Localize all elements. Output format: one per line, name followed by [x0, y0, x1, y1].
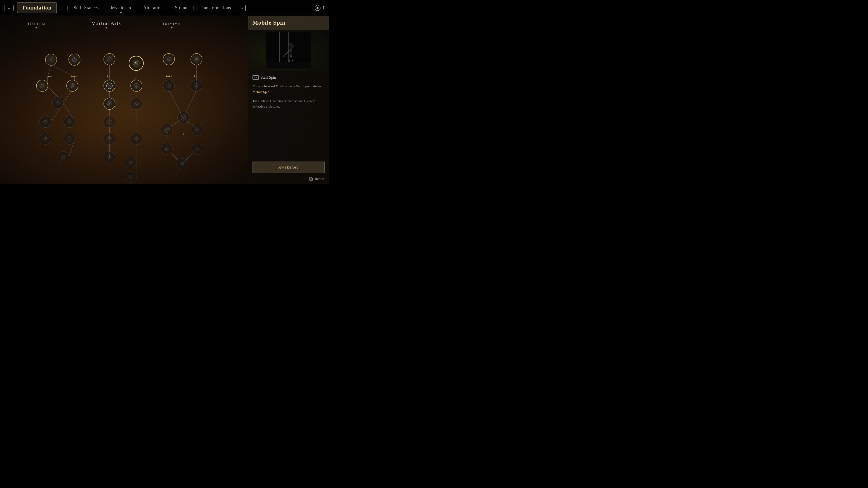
- skill-highlight: Mobile Spin: [252, 90, 270, 94]
- skill-preview: [248, 30, 329, 71]
- svg-point-65: [104, 116, 115, 128]
- node-sv4: [191, 80, 202, 92]
- node-m4: [131, 80, 142, 92]
- svg-text:45: 45: [181, 162, 184, 166]
- main-content: Stamina Martial Arts Survival: [0, 16, 329, 184]
- skill-description-2: The Destined One spins his staff around …: [252, 98, 324, 109]
- svg-point-40: [51, 76, 52, 77]
- svg-point-79: [191, 54, 202, 65]
- skill-points-count: 1: [322, 5, 324, 10]
- tab-strand[interactable]: Strand: [173, 4, 190, 11]
- svg-point-43: [73, 76, 75, 77]
- directional-icon: ⬆: [276, 84, 278, 88]
- node-sv5: [178, 112, 189, 135]
- svg-point-42: [71, 76, 72, 77]
- svg-point-56: [109, 75, 110, 77]
- svg-point-58: [135, 62, 137, 64]
- node-m7: [104, 116, 115, 128]
- svg-point-47: [53, 97, 64, 108]
- rb-button[interactable]: R1: [237, 5, 246, 11]
- skill-preview-image: [248, 30, 329, 71]
- martial-arts-label: Martial Arts: [81, 20, 131, 26]
- node-m3: [104, 80, 115, 92]
- node-sv10: 45: [177, 158, 188, 170]
- svg-point-39: [49, 76, 50, 77]
- node-s1: [45, 54, 57, 77]
- sep-2: |: [104, 5, 105, 10]
- skill-parent: L2 Staff Spin: [252, 75, 324, 80]
- navbar: L1 Foundation | Staff Stances | Mysticis…: [0, 0, 329, 16]
- svg-point-76: [167, 75, 168, 77]
- survival-label: Survival: [149, 20, 194, 26]
- return-circle-icon: [309, 177, 313, 181]
- svg-point-54: [104, 54, 115, 65]
- skill-preview-svg: [266, 32, 311, 68]
- svg-line-4: [51, 65, 74, 77]
- node-m2-mobile-spin: [129, 56, 144, 70]
- node-m12: 45: [125, 171, 136, 183]
- node-sv8: 45: [161, 143, 173, 155]
- svg-point-75: [166, 75, 167, 77]
- node-sv9: 60: [192, 143, 203, 155]
- svg-text:45: 45: [165, 147, 168, 151]
- svg-point-109: [310, 178, 312, 180]
- return-button[interactable]: Return: [309, 177, 324, 181]
- node-s3: [36, 80, 48, 92]
- node-m8: [131, 133, 142, 144]
- svg-point-78: [170, 75, 172, 77]
- node-s9: [64, 133, 75, 144]
- svg-point-80: [194, 75, 195, 77]
- node-s7: [64, 116, 75, 128]
- sep-4: |: [168, 5, 169, 10]
- svg-point-85: [178, 112, 189, 123]
- svg-point-69: [104, 151, 115, 163]
- foundation-tab[interactable]: Foundation: [17, 2, 57, 13]
- svg-text:45: 45: [129, 161, 132, 164]
- parent-skill-name: Staff Spin: [260, 75, 276, 80]
- node-sv6: [161, 124, 173, 135]
- svg-point-55: [107, 75, 108, 77]
- martial-arts-dot: [105, 27, 107, 29]
- skill-description-1: Moving forward ⬆ while using Staff Spin …: [252, 84, 324, 95]
- node-m11: 45: [125, 157, 136, 168]
- node-sv3: [163, 80, 175, 92]
- node-s10: [58, 151, 69, 163]
- svg-point-106: [289, 42, 293, 47]
- svg-point-77: [169, 75, 170, 77]
- awakened-button[interactable]: Awakened: [252, 162, 324, 173]
- skill-points-icon: [314, 5, 321, 11]
- stamina-dot: [35, 27, 37, 29]
- svg-point-41: [69, 54, 80, 66]
- skill-title-bar: Mobile Spin: [248, 16, 329, 30]
- node-s2: [69, 54, 80, 77]
- tab-transformations[interactable]: Transformations: [197, 4, 233, 11]
- tab-mysticism[interactable]: Mysticism: [109, 4, 133, 11]
- svg-point-108: [309, 177, 313, 181]
- skill-tree-area: Stamina Martial Arts Survival: [0, 16, 248, 184]
- circle-button-icon: [309, 177, 313, 182]
- svg-line-3: [48, 65, 51, 77]
- svg-point-74: [163, 54, 175, 65]
- node-s8: [39, 133, 51, 144]
- svg-text:60: 60: [196, 128, 199, 131]
- node-s4: [67, 80, 78, 92]
- node-m10: [104, 151, 115, 163]
- node-m9: [104, 133, 115, 144]
- sep-1: |: [67, 5, 68, 10]
- svg-point-63: [131, 98, 142, 109]
- svg-point-82: [163, 80, 175, 92]
- tab-alteration[interactable]: Alteration: [141, 4, 165, 11]
- section-survival: Survival: [149, 20, 194, 29]
- svg-point-86: [183, 133, 184, 135]
- svg-point-68: [104, 133, 115, 144]
- tab-staff-stances[interactable]: Staff Stances: [71, 4, 101, 11]
- lb-button[interactable]: L1: [4, 5, 13, 11]
- right-panel: Mobile Spin: [248, 16, 329, 184]
- svg-rect-107: [290, 47, 292, 54]
- svg-point-53: [58, 151, 69, 163]
- node-s5: [53, 97, 64, 108]
- node-m5: [104, 98, 115, 109]
- survival-dot: [171, 27, 173, 29]
- skill-title: Mobile Spin: [252, 20, 324, 26]
- svg-point-1: [317, 7, 318, 8]
